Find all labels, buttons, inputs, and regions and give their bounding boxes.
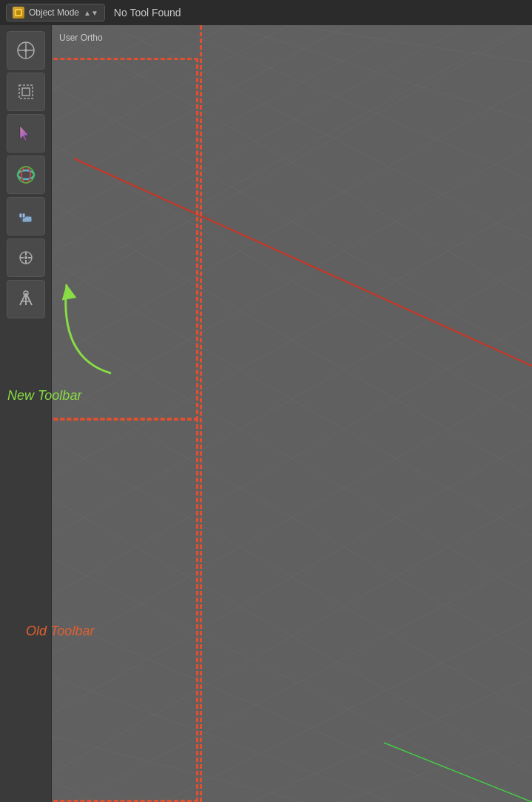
toolbar <box>0 25 52 802</box>
green-axis-line <box>347 728 532 802</box>
svg-point-53 <box>18 170 34 179</box>
annotate-tool-button[interactable] <box>7 114 45 153</box>
svg-marker-52 <box>20 126 29 141</box>
svg-point-55 <box>18 167 34 183</box>
new-toolbar-label: New Toolbar <box>7 388 81 404</box>
svg-point-54 <box>21 167 30 183</box>
mode-selector[interactable]: Object Mode ▲▼ <box>6 4 105 21</box>
move-tool-button[interactable] <box>7 197 45 235</box>
isometric-grid <box>0 25 532 802</box>
object-mode-icon <box>13 7 24 19</box>
svg-point-48 <box>24 49 27 52</box>
view-label: User Ortho <box>59 33 103 43</box>
svg-line-43 <box>384 743 532 802</box>
svg-rect-1 <box>16 10 21 15</box>
select-box-tool-button[interactable] <box>7 73 45 111</box>
header-bar: Object Mode ▲▼ No Tool Found <box>0 0 532 25</box>
svg-rect-50 <box>22 88 30 96</box>
svg-point-64 <box>24 256 27 259</box>
mode-label: Object Mode <box>29 7 79 18</box>
tripod-tool-button[interactable] <box>7 280 45 318</box>
old-toolbar-label: Old Toolbar <box>26 624 94 639</box>
dashed-vertical-line <box>200 25 202 802</box>
measure-tool-button[interactable] <box>7 238 45 277</box>
viewport[interactable]: User Ortho New Toolbar Old Toolbar <box>0 25 532 802</box>
svg-rect-49 <box>19 85 33 98</box>
cursor-tool-button[interactable] <box>7 31 45 70</box>
no-tool-label: No Tool Found <box>114 7 181 19</box>
mode-dropdown-arrow: ▲▼ <box>84 9 98 17</box>
transform-ring-button[interactable] <box>7 156 45 194</box>
